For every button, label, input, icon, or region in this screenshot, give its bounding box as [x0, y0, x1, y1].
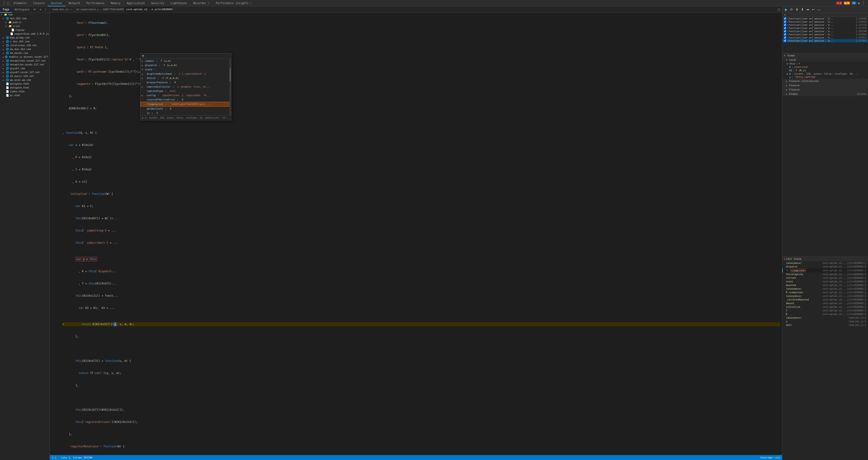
breakpoints-header[interactable]: ▼	[782, 13, 868, 17]
tooltip-item-commit[interactable]: ▶ commit: f (u,m)	[141, 59, 229, 63]
tooltip-item-captchaAnticheat[interactable]: ▶ $captchaAnticheat: s {_captchaConf: {	[141, 72, 229, 76]
scope-header-closure-init[interactable]: ▶ Closure (initialize)	[782, 79, 868, 83]
tree-item-top[interactable]: ▼ 📁 top	[0, 13, 50, 17]
cs-item-computed[interactable]: ➤ <computed> core-optimi.v2....js?v=2838…	[782, 268, 868, 272]
cs-item-fetchCaptcha[interactable]: fetchCaptcha core-optimi.v2....js?v=2838…	[782, 272, 868, 276]
cs-item-mounted[interactable]: mounted core-optimi.v2....js?v=2838683:1	[782, 283, 868, 287]
tab-memory[interactable]: Memory	[107, 0, 123, 6]
tab-performance[interactable]: Performance	[83, 0, 107, 6]
cs-item-p-computed[interactable]: P.<computed> core-optimi.v2....js?v=2838…	[782, 290, 868, 294]
tooltip-item-captchaCollector[interactable]: ▶ captchaCollector: i {enable: true, sn.…	[141, 85, 229, 89]
tree-item-necaptcha1[interactable]: ▶ 🌐 necaptcha1.nosdn.127.net	[0, 59, 50, 63]
breakpoint-checkbox[interactable]	[784, 20, 786, 23]
tooltip-item-state[interactable]: ▼ state:	[141, 67, 229, 72]
tab-lighthouse[interactable]: Lighthouse	[167, 0, 190, 6]
subtab-workspace[interactable]: Workspace	[12, 6, 32, 13]
breakpoint-checkbox[interactable]	[784, 39, 786, 42]
subtab-page[interactable]: Page	[0, 6, 12, 13]
tab-sources[interactable]: Sources	[48, 0, 66, 6]
file-tab-coreoptimi[interactable]: core-optimi.v2...n.js?v=2838683 ✕	[124, 6, 174, 13]
tab-console[interactable]: Console	[30, 0, 48, 6]
tree-item-pc[interactable]: ▶ 📄 pc.html	[0, 93, 50, 97]
step-into-btn[interactable]: ⬇	[795, 7, 799, 12]
devtools-menu-icon[interactable]: ⋮	[2, 1, 6, 5]
cs-item-u[interactable]: u load.min.js:1	[782, 319, 868, 323]
scope-header-closure1[interactable]: ▶ Closure	[782, 83, 868, 88]
file-tab-ptexperience[interactable]: pt_experience_c...b8677592e4b98f ✕	[74, 6, 124, 13]
tooltip-scrollbar[interactable]	[229, 59, 231, 115]
expand-icon[interactable]: ▶	[787, 73, 788, 75]
breakpoint-checkbox[interactable]	[784, 30, 786, 33]
breakpoint-checkbox[interactable]	[784, 17, 786, 20]
deactivate-btn[interactable]: ↩	[811, 7, 815, 12]
tree-item-qiyukf[interactable]: ▶ 🌐 qiyukf.com	[0, 66, 50, 70]
tree-item-wpqiye[interactable]: ▶ 🌐 wp.qiye.qq.com	[0, 78, 50, 82]
cs-item-dispatch[interactable]: dispatch core-optimi.v2....js?v=2838683:…	[782, 265, 868, 268]
tooltip-item-dispatch[interactable]: ▶ dispatch: f (u,m,A)	[141, 63, 229, 67]
tree-item-bqq[interactable]: ▶ 🌐 bqq.gtimg.com	[0, 36, 50, 39]
format-code-btn[interactable]: { }	[778, 8, 780, 11]
file-tab-loadminjs[interactable]: load.min.js ✕	[50, 6, 74, 13]
expand-icon[interactable]: ▶	[787, 62, 788, 65]
step-over-btn[interactable]: ⟳	[789, 7, 794, 12]
tab-network[interactable]: Network	[65, 0, 83, 6]
tree-item-cdun163[interactable]: ▶ 🌐 c.dun.163.com	[0, 39, 50, 44]
breakpoint-checkbox[interactable]	[784, 27, 786, 29]
tree-item-cstaticdun[interactable]: ▶ 🌐 cstaticdun.126.net	[0, 44, 50, 47]
tree-item-hmbaidu[interactable]: ▶ 🌐 hm.baidu.com	[0, 51, 50, 55]
tree-item-jigsaw[interactable]: ▶ 📄 jigsaw	[0, 28, 50, 32]
cs-item-K[interactable]: K core-optimi.v2....js?v=2838683:1	[782, 312, 868, 316]
cs-item-refresh[interactable]: refresh core-optimi.v2....js?v=2838683:1	[782, 276, 868, 280]
tab-performance-insights[interactable]: Performance insights ⚡	[213, 0, 255, 6]
cs-item-Y[interactable]: Y core-optimi.v2....js?v=2838683:1	[782, 309, 868, 312]
tree-item-trial[interactable]: ▼ 📁 trial	[0, 24, 50, 28]
cs-item-emit[interactable]: emit load.min.js:1	[782, 323, 868, 327]
cs-item-anonymous1[interactable]: (anonymous) core-optimi.v2....js?v=28386…	[782, 261, 868, 265]
tree-item-necaptcha[interactable]: ▶ 🌐 necaptcha.nosdn.127.net	[0, 63, 50, 66]
subtab-more[interactable]: ≫	[32, 8, 37, 11]
cs-item-childrenMounted[interactable]: _childrenMounted core-optimi.v2....js?v=…	[782, 298, 868, 301]
breakpoint-checkbox[interactable]	[784, 33, 786, 36]
breakpoint-checkbox[interactable]	[784, 24, 786, 26]
tree-item-delegate2[interactable]: ▶ 📄 delegate.html	[0, 86, 50, 90]
tooltip-item-fetch[interactable]: ▶ $fetch: f (T,m,A,O)	[141, 76, 229, 80]
tooltip-item-config[interactable]: ▶ config: {apiVersion: 1, captchaId: '0.…	[141, 93, 229, 97]
tree-item-dun163[interactable]: ▼ 🌐 dun.163.com	[0, 17, 50, 20]
breakpoint-checkbox[interactable]	[784, 36, 786, 39]
code-editor[interactable]: - - - - - - - - - - - - - - - - - - - -	[50, 13, 782, 455]
call-stack-header[interactable]: ▼ Call Stack	[782, 257, 868, 261]
tree-item-dadun163[interactable]: ▶ 🌐 da.dun.163.com	[0, 47, 50, 51]
more-icon[interactable]: ⋮	[862, 1, 865, 5]
cs-item-anonymous3[interactable]: (anonymous) core-optimi.v2....js?v=28386…	[782, 294, 868, 298]
pause-exceptions-btn[interactable]: —	[816, 7, 822, 12]
tab-elements[interactable]: Elements	[10, 0, 30, 6]
cs-item-anonymous-load[interactable]: (anonymous) load.min.js:1	[782, 316, 868, 319]
tree-item-s6music[interactable]: ▶ 🌐 s6.music.126.net	[0, 74, 50, 78]
resume-btn[interactable]: ▶	[784, 7, 788, 12]
tree-item-hubble[interactable]: ▶ 🌐 hubble-js-bucket.nosdn.127.net	[0, 55, 50, 59]
more-actions-btn[interactable]: ⋮	[43, 7, 48, 12]
cs-item-anonymous2[interactable]: (anonymous) core-optimi.v2....js?v=28386…	[782, 287, 868, 290]
tree-item-neguardian[interactable]: ▶ 📄 neguardian.umd.1.0.0.js	[0, 32, 50, 36]
cs-item-reset[interactable]: reset core-optimi.v2....js?v=2838683:1	[782, 280, 868, 283]
close-tab-btn[interactable]: ✕	[70, 8, 72, 11]
settings-icon[interactable]: ⚙	[858, 1, 860, 5]
tab-recorder[interactable]: Recorder ⚡	[190, 0, 213, 6]
new-snippet-btn[interactable]: +	[39, 7, 42, 12]
scope-header-closure2[interactable]: ▶ Closure	[782, 88, 868, 92]
step-out-btn[interactable]: ⬆	[800, 7, 805, 12]
cs-item-initialize[interactable]: initialize core-optimi.v2....js?v=283868…	[782, 305, 868, 309]
cs-item-mount[interactable]: $mount core-optimi.v2....js?v=2838683:1	[782, 301, 868, 305]
scope-header-global[interactable]: ▶ Global Window	[782, 92, 868, 96]
scope-header-scope[interactable]: ▼ Scope	[782, 53, 868, 58]
tree-item-qiyukf-nosdn[interactable]: ▶ 🌐 qiyukf.nosdn.127.net	[0, 70, 50, 74]
inspect-icon[interactable]: ⬚	[7, 1, 9, 5]
step-btn[interactable]: ➡	[806, 7, 810, 12]
tab-application[interactable]: Application	[124, 0, 148, 6]
tab-security[interactable]: Security	[148, 0, 167, 6]
tree-item-index[interactable]: ▶ 📄 index.html	[0, 90, 50, 93]
tree-item-public[interactable]: ▶ 📁 public	[0, 20, 50, 24]
tree-item-delegate1[interactable]: ▶ 📄 delegate.html	[0, 82, 50, 86]
cs-func: _childrenMounted	[786, 298, 821, 301]
scope-header-local[interactable]: ▼ Local	[782, 58, 868, 62]
